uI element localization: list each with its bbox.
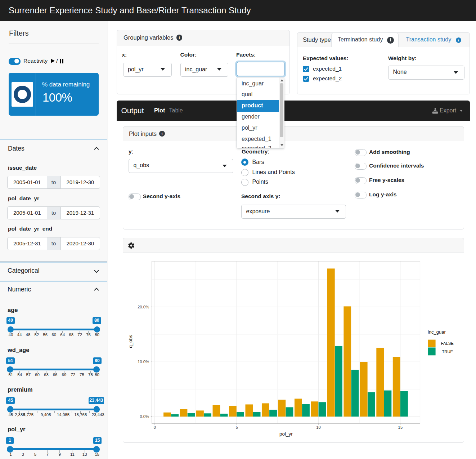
svg-text:10.0%: 10.0% — [138, 360, 149, 364]
svg-text:20.0%: 20.0% — [138, 305, 149, 309]
svg-text:5: 5 — [236, 425, 238, 429]
svg-text:10: 10 — [316, 425, 321, 429]
svg-text:0.0%: 0.0% — [140, 414, 149, 419]
svg-text:inc_guar: inc_guar — [428, 329, 446, 335]
svg-text:0: 0 — [154, 425, 156, 429]
svg-text:TRUE: TRUE — [442, 349, 453, 354]
svg-text:pol_yr: pol_yr — [279, 431, 293, 437]
svg-text:15: 15 — [398, 425, 403, 429]
svg-text:q_obs: q_obs — [128, 335, 133, 348]
svg-text:FALSE: FALSE — [441, 341, 454, 346]
